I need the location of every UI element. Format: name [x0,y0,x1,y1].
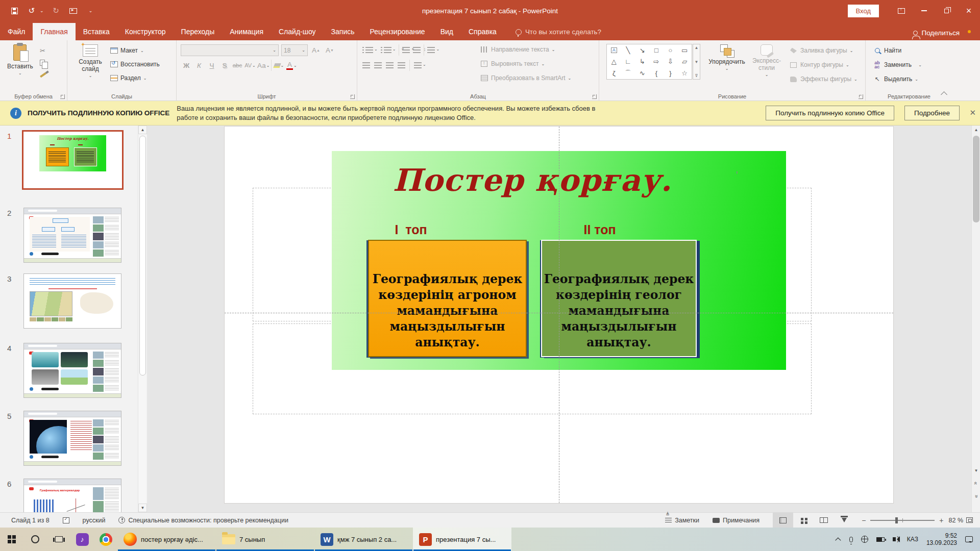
copy-icon[interactable] [40,59,50,67]
media-app-button[interactable]: ♪ [70,528,94,551]
slide-title[interactable]: Постер қорғау. [305,162,760,198]
triangle-icon[interactable]: △ [611,58,617,65]
zoom-slider-thumb[interactable] [895,517,898,523]
decrease-indent-icon[interactable] [402,47,410,53]
thumbnail-slide-5[interactable] [23,411,121,466]
format-painter-icon[interactable] [40,71,50,79]
tray-expand-icon[interactable] [835,537,841,543]
slide-sorter-view-button[interactable] [793,513,814,528]
dismiss-warning-icon[interactable]: ✕ [969,108,976,117]
line-icon[interactable]: ╲ [626,47,630,54]
font-dialog-launcher[interactable] [350,94,355,99]
network-icon[interactable] [861,536,868,543]
group1-text-box[interactable]: Географиялық дерек көздерінің агроном ма… [368,240,527,357]
new-slide-button[interactable]: Создать слайд⌄ [72,44,108,80]
search-button[interactable] [23,528,47,551]
arc-icon[interactable]: ⌒ [625,70,631,77]
clock[interactable]: 9:52 13.09.2023 [926,532,957,546]
comments-button[interactable]: Примечания [713,517,760,524]
get-genuine-office-button[interactable]: Получить подлинную копию Office [766,106,894,120]
tab-home[interactable]: Главная [33,23,75,40]
next-slide-button[interactable]: « [972,491,980,502]
section-button[interactable]: Раздел⌄ [110,72,160,84]
text-box-icon[interactable]: A [611,47,617,53]
thumbnail-slide-4[interactable] [23,343,121,398]
align-left-icon[interactable] [362,62,370,68]
notification-center-icon[interactable] [965,536,973,542]
select-button[interactable]: ↖Выделить⌄ [873,73,922,85]
shapes-gallery-scrollbar[interactable]: ▲▼⊽ [693,44,700,80]
language-indicator[interactable]: КАЗ [907,536,918,543]
clipboard-dialog-launcher[interactable] [60,94,65,99]
customize-qat-icon[interactable]: ⌄ [86,6,96,16]
underline-button[interactable]: Ч [206,60,217,71]
star-icon[interactable]: ☆ [681,70,688,77]
tab-slideshow[interactable]: Слайд-шоу [271,23,324,40]
italic-button[interactable]: К [193,60,205,71]
highlight-color-button[interactable]: ⌄ [273,60,284,71]
zoom-in-icon[interactable]: + [939,516,943,524]
rectangle-icon[interactable]: □ [654,47,658,54]
curve-icon[interactable]: ∿ [640,70,645,77]
arrow-down-icon[interactable]: ⇩ [668,58,673,65]
tab-record[interactable]: Запись [324,23,362,40]
taskbar-app-word[interactable]: W қмж 7 сынып 2 са... [314,528,413,551]
font-size-combo[interactable]: 18⌄ [281,44,308,56]
minimize-button[interactable] [913,0,935,21]
shapes-gallery[interactable]: A ╲ ↘ □ ○ ▭ △ ∟ ↳ ⇨ ⇩ ▱ ζ ⌒ ∿ { } ☆ [606,44,692,80]
align-right-icon[interactable] [386,62,394,68]
scroll-down-icon[interactable]: ▼ [138,504,147,512]
scroll-up-icon[interactable]: ▲ [138,126,147,134]
tab-review[interactable]: Рецензирование [362,23,433,40]
ribbon-display-options-icon[interactable] [890,0,913,21]
arrow-right-icon[interactable]: ⇨ [653,58,659,65]
arrow-line-icon[interactable]: ↘ [640,47,645,54]
reset-button[interactable]: Восстановить [110,58,160,70]
taskbar-app-firefox[interactable]: постер қорғау әдіс... [117,528,216,551]
share-button[interactable]: Поделиться [913,29,960,37]
taskbar-app-folder[interactable]: 7 сынып [216,528,314,551]
elbow-arrow-icon[interactable]: ↳ [640,58,645,65]
slideshow-view-button[interactable] [834,513,854,528]
scroll-up-icon[interactable]: ▲ [972,126,980,134]
previous-slide-button[interactable]: « [972,478,980,489]
group1-label[interactable]: I топ [368,222,454,237]
chrome-button[interactable] [94,528,117,551]
freeform-icon[interactable]: ▱ [682,58,687,65]
brace-right-icon[interactable]: } [669,70,671,77]
group2-text-box[interactable]: Географиялық дерек көздерінің геолог мам… [541,240,697,357]
paste-button[interactable]: Вставить⌄ [7,44,33,77]
font-name-combo[interactable]: ⌄ [181,44,279,56]
language-indicator[interactable]: русский [83,517,106,524]
reading-view-button[interactable] [814,513,834,528]
arrange-button[interactable]: Упорядочить⌄ [707,44,746,72]
increase-font-icon[interactable]: А▲ [310,44,322,56]
thumbnail-slide-1[interactable]: Постер қорғау. [22,130,124,190]
undo-icon[interactable]: ↺ [27,6,37,16]
learn-more-button[interactable]: Подробнее [904,106,960,120]
close-button[interactable]: × [958,0,980,21]
group2-label[interactable]: II топ [556,222,643,237]
fit-slide-icon[interactable] [966,517,973,523]
cut-icon[interactable]: ✂ [40,46,50,55]
elbow-icon[interactable]: ∟ [625,58,631,65]
brace-left-icon[interactable]: { [655,70,657,77]
battery-icon[interactable] [876,537,885,542]
bold-button[interactable]: Ж [181,60,192,71]
align-center-icon[interactable] [374,62,382,68]
save-icon[interactable] [9,6,19,16]
paragraph-dialog-launcher[interactable] [592,94,597,99]
task-view-button[interactable] [47,528,70,551]
scribble-icon[interactable]: ζ [612,70,616,77]
increase-indent-icon[interactable] [413,47,421,53]
find-button[interactable]: Найти [873,44,922,57]
columns-button[interactable]: ⌄ [414,62,426,68]
zoom-level[interactable]: 82 % [949,517,964,524]
tell-me-search[interactable]: Что вы хотите сделать? [516,28,601,40]
ellipse-icon[interactable]: ○ [669,47,673,54]
microphone-icon[interactable] [849,537,853,542]
slide-canvas[interactable]: Постер қорғау. I топ II топ Географиялық… [225,127,893,503]
line-spacing-button[interactable]: ⌄ [427,47,439,53]
strikethrough-button[interactable]: abc [232,60,243,71]
tab-transitions[interactable]: Переходы [174,23,223,40]
